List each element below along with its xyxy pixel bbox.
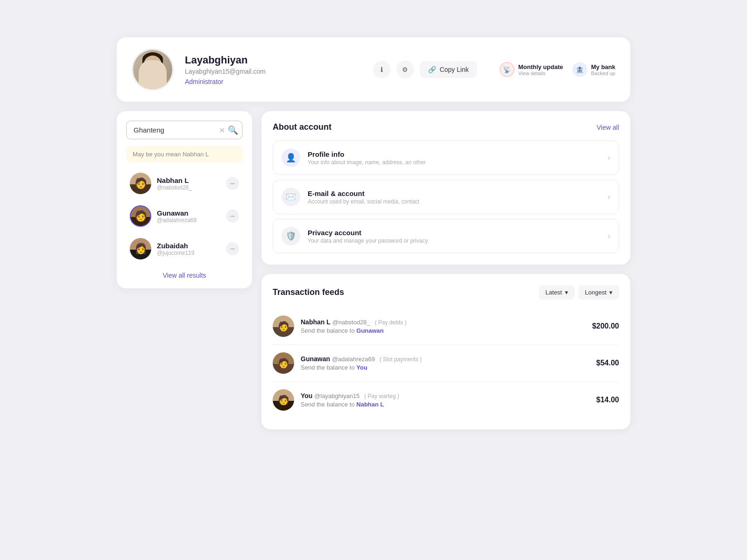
profile-info: Layabghiyan Layabghiyan15@gmail.com Admi… xyxy=(185,54,362,85)
account-text: Profile info Your info about image, name… xyxy=(308,150,600,166)
search-input[interactable] xyxy=(126,120,243,140)
monthly-update-sub: View details xyxy=(518,70,563,76)
chevron-right-icon: › xyxy=(608,193,610,201)
monthly-update-label: Monthly update xyxy=(518,63,563,70)
monthly-update-icon: 📡 xyxy=(500,62,514,77)
filter-longest-button[interactable]: Longest ▾ xyxy=(578,285,619,300)
my-bank-icon: 🏦 xyxy=(572,62,587,77)
filter-group: Latest ▾ Longest ▾ xyxy=(539,285,619,300)
transaction-feeds-section: Transaction feeds Latest ▾ Longest ▾ xyxy=(261,274,630,429)
transaction-info: Nabhan L @nabstod28_ ( Pay debts ) Send … xyxy=(301,318,585,334)
transaction-name: You @layabghiyan15 ( Pay warteg ) xyxy=(301,392,590,399)
user-name: Zubaidah xyxy=(157,242,220,250)
transaction-feeds-title: Transaction feeds xyxy=(273,287,344,297)
transaction-name: Gunawan @adalahreza69 ( Slot payments ) xyxy=(301,355,590,363)
my-bank-sub: Backed up xyxy=(591,70,615,76)
user-action-dot[interactable]: ••• xyxy=(226,210,239,223)
about-account-section: About account View all 👤 Profile info Yo… xyxy=(261,111,630,265)
transaction-info: You @layabghiyan15 ( Pay warteg ) Send t… xyxy=(301,392,590,408)
user-name: Nabhan L xyxy=(157,176,220,184)
profile-actions: ℹ ⚙ 🔗 Copy Link xyxy=(373,61,477,78)
main-content: ✕ 🔍 May be you mean Nabhan L 🧑 Nabhan L … xyxy=(117,111,630,429)
transaction-amount: $14.00 xyxy=(596,396,619,404)
settings-button[interactable]: ⚙ xyxy=(396,61,414,78)
search-wrapper: ✕ 🔍 xyxy=(126,120,243,140)
table-row: 🧑 Gunawan @adalahreza69 ( Slot payments … xyxy=(273,345,619,382)
account-text: Privacy account Your data and manage you… xyxy=(308,229,600,244)
profile-email: Layabghiyan15@gmail.com xyxy=(185,68,362,75)
transaction-desc: Send the balance to You xyxy=(301,364,590,371)
about-account-title: About account xyxy=(273,122,331,132)
feeds-header: Transaction feeds Latest ▾ Longest ▾ xyxy=(273,285,619,300)
email-icon: ✉️ xyxy=(282,188,300,206)
copy-link-label: Copy Link xyxy=(440,66,469,73)
avatar: 🧑 xyxy=(273,315,294,337)
profile-card: Layabghiyan Layabghiyan15@gmail.com Admi… xyxy=(117,37,630,102)
chevron-down-icon: ▾ xyxy=(609,289,613,296)
user-info: Nabhan L @nabstod28_ xyxy=(157,176,220,191)
privacy-icon: 🛡️ xyxy=(282,227,300,245)
transaction-amount: $54.00 xyxy=(596,359,619,367)
search-suggestion: May be you mean Nabhan L xyxy=(126,146,243,162)
copy-link-icon: 🔗 xyxy=(428,66,436,73)
transaction-name: Nabhan L @nabstod28_ ( Pay debts ) xyxy=(301,318,585,326)
transaction-amount: $200.00 xyxy=(592,322,619,330)
filter-latest-label: Latest xyxy=(545,289,562,296)
chevron-down-icon: ▾ xyxy=(565,289,568,296)
search-clear-button[interactable]: ✕ xyxy=(219,126,225,134)
account-desc: Your data and manage your password or pr… xyxy=(308,238,600,244)
user-info: Gunawan @adalahreza69 xyxy=(157,209,220,224)
account-desc: Your info about image, name, address, an… xyxy=(308,159,600,166)
section-header: About account View all xyxy=(273,122,619,132)
profile-name: Layabghiyan xyxy=(185,54,362,66)
profile-info-icon: 👤 xyxy=(282,148,300,167)
account-label: E-mail & account xyxy=(308,189,600,197)
account-desc: Account used by email, social media, con… xyxy=(308,198,600,205)
avatar: 👩 xyxy=(130,238,151,259)
copy-link-button[interactable]: 🔗 Copy Link xyxy=(420,61,477,78)
transaction-desc: Send the balance to Gunawan xyxy=(301,327,585,334)
filter-longest-label: Longest xyxy=(585,289,606,296)
right-panel: About account View all 👤 Profile info Yo… xyxy=(261,111,630,429)
monthly-update-stat: 📡 Monthly update View details xyxy=(500,62,563,77)
list-item[interactable]: 👩 Zubaidah @jujucome119 ••• xyxy=(126,233,243,264)
chevron-right-icon: › xyxy=(608,154,610,162)
user-name: Gunawan xyxy=(157,209,220,217)
user-handle: @jujucome119 xyxy=(157,250,220,256)
account-label: Privacy account xyxy=(308,229,600,237)
view-all-link[interactable]: View all xyxy=(597,124,619,131)
list-item[interactable]: 🧑 Nabhan L @nabstod28_ ••• xyxy=(126,168,243,199)
table-row: 🧑 Nabhan L @nabstod28_ ( Pay debts ) Sen… xyxy=(273,308,619,345)
left-panel: ✕ 🔍 May be you mean Nabhan L 🧑 Nabhan L … xyxy=(117,111,252,288)
view-all-results-link[interactable]: View all results xyxy=(126,272,243,279)
account-item-privacy[interactable]: 🛡️ Privacy account Your data and manage … xyxy=(273,219,619,253)
chevron-right-icon: › xyxy=(608,232,610,240)
user-list: 🧑 Nabhan L @nabstod28_ ••• 🧑 Gunawan xyxy=(126,168,243,264)
user-handle: @adalahreza69 xyxy=(157,217,220,224)
account-item-email[interactable]: ✉️ E-mail & account Account used by emai… xyxy=(273,180,619,214)
avatar: 🧑 xyxy=(130,173,151,194)
info-button[interactable]: ℹ xyxy=(373,61,391,78)
account-item-profile[interactable]: 👤 Profile info Your info about image, na… xyxy=(273,140,619,175)
account-text: E-mail & account Account used by email, … xyxy=(308,189,600,205)
account-label: Profile info xyxy=(308,150,600,158)
transaction-info: Gunawan @adalahreza69 ( Slot payments ) … xyxy=(301,355,590,371)
my-bank-label: My bank xyxy=(591,63,615,70)
user-action-dot[interactable]: ••• xyxy=(226,242,239,255)
my-bank-stat: 🏦 My bank Backed up xyxy=(572,62,615,77)
search-button[interactable]: 🔍 xyxy=(228,125,238,135)
avatar xyxy=(132,49,174,91)
user-action-dot[interactable]: ••• xyxy=(226,177,239,190)
list-item[interactable]: 🧑 Gunawan @adalahreza69 ••• xyxy=(126,201,243,231)
profile-role: Administrator xyxy=(185,78,362,85)
table-row: 🧑 You @layabghiyan15 ( Pay warteg ) Send… xyxy=(273,382,619,418)
user-handle: @nabstod28_ xyxy=(157,184,220,191)
avatar: 🧑 xyxy=(273,389,294,411)
transaction-desc: Send the balance to Nabhan L xyxy=(301,401,590,408)
user-info: Zubaidah @jujucome119 xyxy=(157,242,220,256)
avatar: 🧑 xyxy=(273,352,294,374)
filter-latest-button[interactable]: Latest ▾ xyxy=(539,285,574,300)
avatar: 🧑 xyxy=(130,205,151,227)
